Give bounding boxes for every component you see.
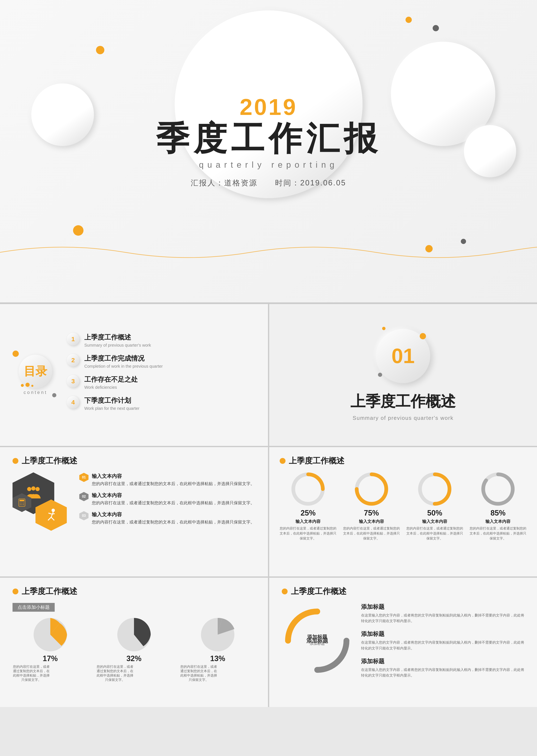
svg-point-14: [20, 504, 21, 505]
toc-item-text-3: 工作存在不足之处 Work deficiencies: [84, 375, 251, 390]
cycle-center: 添加标题: [307, 637, 328, 644]
section-header-right-4: 上季度工作概述: [282, 586, 525, 597]
donut-pct-1: 25%: [280, 509, 337, 517]
gray-dot-1: [433, 25, 439, 31]
toc-item-text-4: 下季度工作计划 Work plan for the next quarter: [84, 396, 251, 411]
svg-point-16: [23, 504, 24, 505]
arrow-cycle-diagram: 添加标题 添加标题 添加标题: [282, 605, 353, 676]
donut-svg-1: [291, 472, 325, 506]
hex-text-2: 输入文本内容 您的内容打在这里，或者通过复制您的文本后，在此框中选择粘贴，并选择…: [92, 492, 255, 506]
svg-point-11: [20, 503, 21, 504]
donut-item-3: 50% 输入文本内容 您的内容打在这里，或者通过复制您的文本后，在此框中选择粘贴…: [406, 472, 463, 541]
svg-point-2: [35, 487, 40, 491]
hex-list: 01 输入文本内容 您的内容打在这里，或者通过复制您的文本后，在此框中选择粘贴，…: [79, 473, 256, 530]
arrow-cycle-content: 添加标题 添加标题 添加标题 添加标题 在这里输入您的文字内容，或者将您的文字内…: [282, 603, 525, 678]
orange-dot-3: [73, 225, 83, 236]
hex-badge-01: 01: [79, 473, 89, 482]
title-content: 2019 季度工作汇报 quarterly reporting 汇报人：道格资源…: [156, 94, 381, 188]
toc-logo-cn: 目录: [24, 363, 47, 379]
cycle-label-desc-3: 在这里输入您的文字内容，或者将您的文字内容复制粘贴到此输入框内，删掉不需要的文字…: [361, 667, 525, 678]
svg-line-6: [51, 517, 54, 520]
hex-text-3: 输入文本内容 您的内容打在这里，或者通过复制您的文本后，在此框中选择粘贴，并选择…: [92, 511, 255, 525]
orange-dot-2: [405, 17, 412, 23]
section-title-r4: 上季度工作概述: [291, 586, 347, 597]
toc-item-text-2: 上季度工作完成情况 Completion of work in the prev…: [84, 354, 251, 369]
svg-line-4: [51, 512, 53, 517]
svg-point-15: [21, 504, 22, 505]
toc-item-en-3: Work deficiencies: [84, 385, 251, 390]
hex-desc-1: 您的内容打在这里，或者通过复制您的文本后，在此框中选择粘贴，并选择只保留文字。: [92, 480, 255, 487]
cycle-label-desc-1: 在这里输入您的文字内容，或者将您的文字内容复制粘贴到此输入框内，删掉不需要的文字…: [361, 613, 525, 624]
toc-item-3: 3 工作存在不足之处 Work deficiencies: [67, 375, 251, 390]
cycle-center-text: 添加标题: [307, 637, 328, 644]
section-dot-l4: [13, 588, 19, 594]
cycle-side-labels: 添加标题 在这里输入您的文字内容，或者将您的文字内容复制粘贴到此输入框内，删掉不…: [361, 603, 525, 678]
arrow-cycle-slide: 上季度工作概述 添加标题 添加标题 添加标: [269, 578, 537, 707]
chapter-gray-dot: [378, 373, 382, 377]
right-small-circle: [464, 125, 516, 177]
donut-svg-4: [481, 472, 515, 506]
hex-badge-02: 02: [79, 492, 89, 501]
pie-pct-2: 32%: [96, 654, 172, 663]
cycle-label-title-1: 添加标题: [361, 603, 525, 611]
toc-number-2: 2: [67, 354, 79, 366]
hex-title-2: 输入文本内容: [92, 492, 255, 499]
hex-item-3: 03 输入文本内容 您的内容打在这里，或者通过复制您的文本后，在此框中选择粘贴，…: [79, 511, 256, 525]
donut-svg-3: [418, 472, 451, 506]
pie-item-1: 17% 您的内容打在这里，或者通过复制您的文本后，在此框中选择粘贴，并选择只保留…: [13, 618, 88, 682]
toc-item-4: 4 下季度工作计划 Work plan for the next quarter: [67, 396, 251, 411]
toc-item-cn-2: 上季度工作完成情况: [84, 354, 251, 363]
main-title-en: quarterly reporting: [156, 160, 381, 170]
donut-desc-4: 您的内容打在这里，或者通过复制您的文本后，在此框中选择粘贴，并选择只保留文字。: [470, 526, 526, 541]
orange-dot-1: [96, 46, 104, 54]
year-text: 2019: [156, 94, 381, 120]
pie-desc-2: 您的内容打在这里，或者通过复制您的文本后，在此框中选择粘贴，并选择只保留文字。: [96, 665, 134, 682]
svg-line-7: [48, 513, 52, 514]
toc-slide: 目录 content 1 上季度工作概述 Summary of previous…: [0, 304, 268, 446]
pie-desc-1: 您的内容打在这里，或者通过复制您的文本后，在此框中选择粘贴，并选择只保留文字。: [13, 665, 50, 682]
toc-item-text-1: 上季度工作概述 Summary of previous quarter's wo…: [84, 333, 251, 348]
slides-row-4: 上季度工作概述 点击添加小标题 17% 您的内容打在这里，或者通过复制您的文本后…: [0, 578, 537, 707]
hex-desc-2: 您的内容打在这里，或者通过复制您的文本后，在此框中选择粘贴，并选择只保留文字。: [92, 500, 255, 506]
donut-slide: 上季度工作概述 25% 输入文本内容 您的内容打在这里，或者通过复制您的文本后，…: [269, 447, 537, 577]
hex-text-1: 输入文本内容 您的内容打在这里，或者通过复制您的文本后，在此框中选择粘贴，并选择…: [92, 473, 255, 487]
chapter-circle-container: 01: [376, 329, 430, 383]
pie-charts-row: 17% 您的内容打在这里，或者通过复制您的文本后，在此框中选择粘贴，并选择只保留…: [13, 618, 256, 682]
section-header-left-3: 上季度工作概述: [13, 455, 256, 466]
hexagon-content: 01 输入文本内容 您的内容打在这里，或者通过复制您的文本后，在此框中选择粘贴，…: [13, 472, 256, 531]
toc-logo: 目录 content: [17, 355, 54, 395]
run-icon: [44, 508, 59, 522]
svg-point-13: [23, 503, 24, 504]
donut-label-2: 输入文本内容: [343, 519, 400, 524]
section-header-dot-r: [280, 458, 285, 464]
hex-desc-3: 您的内容打在这里，或者通过复制您的文本后，在此框中选择粘贴，并选择只保留文字。: [92, 519, 255, 525]
main-title-cn: 季度工作汇报: [156, 120, 381, 157]
section-header-title: 上季度工作概述: [22, 455, 77, 466]
cycle-label-2: 添加标题 在这里输入您的文字内容，或者将您的文字内容复制粘贴到此输入框内，删掉不…: [361, 630, 525, 651]
slides-row-3: 上季度工作概述: [0, 447, 537, 577]
pie-slide: 上季度工作概述 点击添加小标题 17% 您的内容打在这里，或者通过复制您的文本后…: [0, 578, 268, 707]
svg-point-0: [27, 487, 31, 491]
donut-label-1: 输入文本内容: [280, 519, 337, 524]
section-header-dot: [13, 458, 19, 464]
toc-item-en-1: Summary of previous quarter's work: [84, 343, 251, 348]
section-dot-r4: [282, 588, 288, 594]
donut-pct-4: 85%: [470, 509, 526, 517]
toc-item-2: 2 上季度工作完成情况 Completion of work in the pr…: [67, 354, 251, 369]
chapter-number: 01: [392, 344, 415, 368]
chapter-orange-dot: [420, 333, 426, 339]
svg-point-1: [31, 486, 35, 491]
wavy-line: [0, 240, 537, 261]
svg-line-5: [48, 517, 51, 520]
chapter-01-slide: 01 上季度工作概述 Summary of previous quarter's…: [269, 304, 537, 446]
hex-item-1: 01 输入文本内容 您的内容打在这里，或者通过复制您的文本后，在此框中选择粘贴，…: [79, 473, 256, 487]
chart-title-area: 点击添加小标题: [13, 603, 256, 612]
toc-number-3: 3: [67, 375, 79, 388]
cycle-label-3: 添加标题 在这里输入您的文字内容，或者将您的文字内容复制粘贴到此输入框内，删掉不…: [361, 657, 525, 678]
toc-item-en-4: Work plan for the next quarter: [84, 406, 251, 411]
donut-item-2: 75% 输入文本内容 您的内容打在这里，或者通过复制您的文本后，在此框中选择粘贴…: [343, 472, 400, 541]
chapter-title-en: Summary of previous quarter's work: [353, 415, 454, 421]
toc-item-cn-1: 上季度工作概述: [84, 333, 251, 342]
toc-item-cn-3: 工作存在不足之处: [84, 375, 251, 384]
toc-logo-en: content: [17, 390, 54, 395]
